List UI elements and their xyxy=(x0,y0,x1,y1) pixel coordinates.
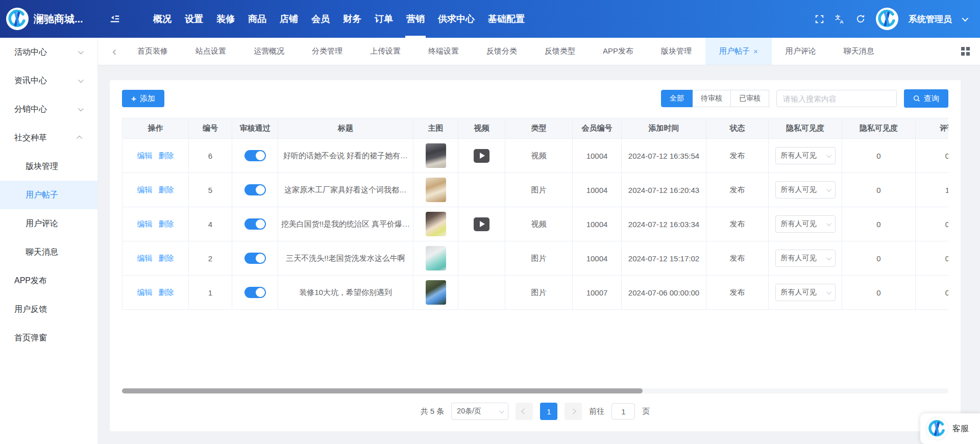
tab-label: 分类管理 xyxy=(312,46,342,56)
sidebar-item[interactable]: 版块管理 xyxy=(0,152,97,181)
visibility-select[interactable]: 所有人可见 xyxy=(775,215,836,233)
sidebar-item[interactable]: 首页弹窗 xyxy=(0,324,97,352)
tab[interactable]: 首页装修 × xyxy=(124,38,182,65)
sidebar-item[interactable]: 用户评论 xyxy=(0,209,97,238)
horizontal-scrollbar-thumb[interactable] xyxy=(122,388,643,393)
table-header-row: 操作 编号 审核通过 标题 主图 视频 xyxy=(122,118,949,139)
topnav-item[interactable]: 装修 xyxy=(213,0,238,38)
next-page-button[interactable] xyxy=(565,403,582,420)
sidebar-item[interactable]: 社交种草 xyxy=(0,124,97,152)
fullscreen-icon[interactable] xyxy=(815,14,824,24)
chevron-down-icon xyxy=(499,408,504,413)
delete-link[interactable]: 删除 xyxy=(159,219,174,228)
column-header: 隐私可见度 xyxy=(842,118,916,139)
tab-options-grid-icon[interactable] xyxy=(961,47,970,56)
post-thumbnail[interactable] xyxy=(426,178,446,202)
video-play-icon[interactable] xyxy=(474,217,489,231)
audit-toggle[interactable] xyxy=(244,184,266,195)
sidebar-item[interactable]: 分销中心 xyxy=(0,95,97,124)
topnav-item[interactable]: 店铺 xyxy=(277,0,301,38)
filter-button[interactable]: 待审核 xyxy=(692,90,731,107)
tab[interactable]: 反馈类型 × xyxy=(531,38,589,65)
sidebar-item[interactable]: 活动中心 xyxy=(0,38,97,66)
audit-toggle[interactable] xyxy=(244,253,266,264)
edit-link[interactable]: 编辑 xyxy=(137,219,153,228)
topnav-item[interactable]: 基础配置 xyxy=(485,0,528,38)
tab-label: 版块管理 xyxy=(661,46,692,56)
horizontal-scrollbar-track xyxy=(122,388,948,393)
avatar[interactable] xyxy=(876,8,898,30)
delete-link[interactable]: 删除 xyxy=(159,185,174,194)
sidebar-item-label: 用户反馈 xyxy=(14,304,47,315)
audit-toggle[interactable] xyxy=(244,287,266,298)
edit-link[interactable]: 编辑 xyxy=(137,151,153,160)
tab[interactable]: 聊天消息 × xyxy=(830,38,888,65)
tab[interactable]: 运营概况 × xyxy=(240,38,298,65)
chevron-down-icon xyxy=(78,106,84,111)
edit-link[interactable]: 编辑 xyxy=(137,254,153,262)
video-play-icon[interactable] xyxy=(474,149,489,163)
tab[interactable]: 版块管理 × xyxy=(647,38,705,65)
tabs-back-icon[interactable]: ‹ xyxy=(105,45,124,58)
customer-service-widget[interactable]: 客服 xyxy=(920,413,980,444)
tab[interactable]: 上传设置 × xyxy=(356,38,414,65)
sidebar-item[interactable]: 用户帖子 xyxy=(0,181,97,209)
translate-icon[interactable]: 文 A xyxy=(835,14,845,24)
tab[interactable]: 用户评论 × xyxy=(772,38,830,65)
sidebar-item-label: 用户评论 xyxy=(26,218,58,229)
username[interactable]: 系统管理员 xyxy=(909,13,952,25)
sidebar-item[interactable]: 资讯中心 xyxy=(0,66,97,95)
sidebar-item[interactable]: APP发布 xyxy=(0,266,97,295)
post-thumbnail[interactable] xyxy=(426,280,446,305)
tab[interactable]: APP发布 × xyxy=(589,38,647,65)
sidebar-fold-icon[interactable] xyxy=(109,13,120,24)
filter-button[interactable]: 全部 xyxy=(661,90,693,107)
brand-logo-icon xyxy=(6,8,29,30)
svg-text:A: A xyxy=(840,19,844,24)
post-thumbnail[interactable] xyxy=(426,246,446,270)
page-size-select[interactable]: 20条/页 xyxy=(451,403,508,420)
topnav-item[interactable]: 设置 xyxy=(182,0,206,38)
delete-link[interactable]: 删除 xyxy=(159,288,174,297)
goto-page-input[interactable] xyxy=(611,403,635,420)
post-title: 这家原木工厂家具好看这个词我都… xyxy=(278,173,413,207)
add-button[interactable]: + 添加 xyxy=(122,90,164,107)
tab[interactable]: 站点设置 × xyxy=(182,38,240,65)
post-thumbnail[interactable] xyxy=(426,143,446,168)
audit-toggle[interactable] xyxy=(244,218,266,230)
post-thumbnail[interactable] xyxy=(426,212,446,236)
topnav-item[interactable]: 订单 xyxy=(372,0,396,38)
tab[interactable]: 反馈分类 × xyxy=(473,38,531,65)
visibility-select[interactable]: 所有人可见 xyxy=(775,181,836,199)
refresh-icon[interactable] xyxy=(855,14,866,24)
page-number-button[interactable]: 1 xyxy=(540,403,557,420)
sidebar-item[interactable]: 聊天消息 xyxy=(0,238,97,266)
topnav-item[interactable]: 财务 xyxy=(340,0,364,38)
topnav-item[interactable]: 供求中心 xyxy=(435,0,478,38)
visibility-select[interactable]: 所有人可见 xyxy=(775,250,836,267)
topnav-item[interactable]: 商品 xyxy=(245,0,270,38)
topnav-item[interactable]: 会员 xyxy=(308,0,333,38)
filter-button[interactable]: 已审核 xyxy=(730,90,769,107)
visibility-select[interactable]: 所有人可见 xyxy=(775,284,836,301)
visibility-value: 所有人可见 xyxy=(781,219,817,229)
topnav-item[interactable]: 营销 xyxy=(403,0,428,38)
search-input[interactable] xyxy=(776,90,897,107)
topnav-item[interactable]: 概况 xyxy=(150,0,175,38)
visibility-select[interactable]: 所有人可见 xyxy=(775,147,836,164)
edit-link[interactable]: 编辑 xyxy=(137,185,153,194)
delete-link[interactable]: 删除 xyxy=(159,151,174,160)
audit-toggle[interactable] xyxy=(244,150,266,161)
column-header: 类型 xyxy=(505,118,573,139)
query-button[interactable]: 查询 xyxy=(904,89,948,108)
prev-page-button[interactable] xyxy=(516,403,533,420)
tab-close-icon[interactable]: × xyxy=(753,47,758,56)
delete-link[interactable]: 删除 xyxy=(159,254,174,262)
tab[interactable]: 终端设置 × xyxy=(414,38,473,65)
edit-link[interactable]: 编辑 xyxy=(137,288,153,297)
sidebar-item[interactable]: 用户反馈 xyxy=(0,295,97,324)
column-header: 评论 xyxy=(916,118,949,139)
tab[interactable]: 用户帖子 × xyxy=(705,38,772,65)
tab[interactable]: 分类管理 × xyxy=(298,38,356,65)
chevron-left-icon xyxy=(522,408,527,414)
